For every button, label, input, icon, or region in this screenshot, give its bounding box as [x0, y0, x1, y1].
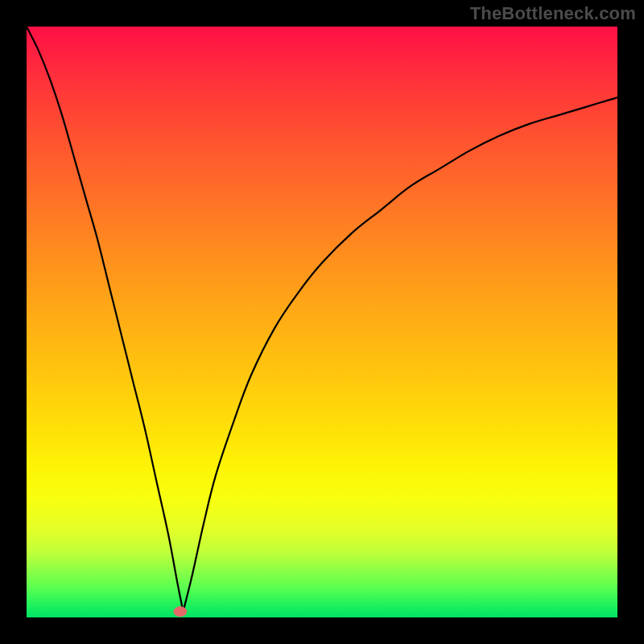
watermark-text: TheBottleneck.com: [470, 3, 636, 24]
bottleneck-curve: [27, 27, 617, 617]
chart-frame: TheBottleneck.com: [0, 0, 644, 644]
plot-area: [27, 27, 617, 617]
minimum-marker: [174, 607, 187, 617]
curve-right-branch: [184, 97, 617, 612]
curve-left-branch: [27, 27, 184, 612]
